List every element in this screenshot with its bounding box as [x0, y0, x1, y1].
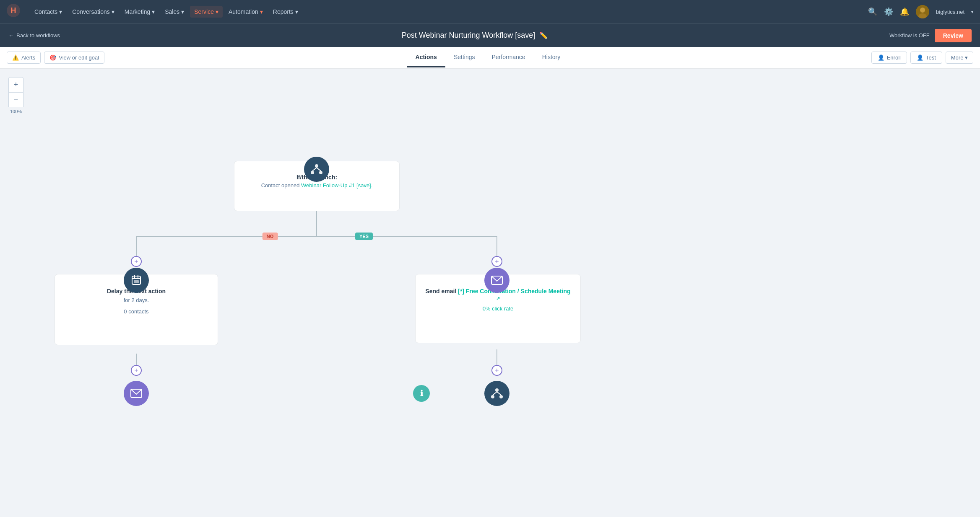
svg-point-13	[311, 171, 314, 174]
tab-performance[interactable]: Performance	[484, 48, 534, 67]
more-button[interactable]: More ▾	[946, 52, 973, 64]
workflow-canvas: + − 100% If/then branch: Contact	[0, 69, 980, 517]
nav-conversations[interactable]: Conversations ▾	[68, 6, 119, 18]
bottom-right-branch-icon[interactable]	[484, 381, 509, 406]
branch-node-description: Contact opened Webinar Follow-Up #1 [sav…	[243, 182, 391, 189]
svg-point-24	[495, 388, 499, 392]
send-email-link[interactable]: [*] Free Consultation / Schedule Meeting…	[458, 288, 570, 301]
tab-actions[interactable]: Actions	[407, 48, 445, 67]
zoom-out-button[interactable]: −	[8, 92, 23, 107]
test-button[interactable]: 👤 Test	[910, 52, 942, 64]
svg-point-26	[499, 395, 503, 398]
test-icon: 👤	[917, 54, 923, 61]
branch-node-icon[interactable]	[304, 157, 329, 182]
branch-email-link[interactable]: Webinar Follow-Up #1 [save].	[301, 182, 372, 189]
review-button[interactable]: Review	[935, 29, 972, 42]
yes-branch-label: YES	[355, 233, 373, 240]
toolbar-tabs: Actions Settings Performance History	[108, 48, 868, 67]
toolbar: ⚠️ Alerts 🎯 View or edit goal Actions Se…	[0, 47, 980, 69]
zoom-level: 100%	[8, 109, 23, 114]
nav-service[interactable]: Service ▾	[190, 6, 223, 18]
delay-duration: for 2 days.	[63, 297, 209, 303]
delay-contacts: 0 contacts	[63, 308, 209, 315]
account-name[interactable]: biglytics.net	[936, 9, 964, 15]
nav-marketing[interactable]: Marketing ▾	[120, 6, 159, 18]
avatar[interactable]	[916, 5, 929, 18]
alerts-icon: ⚠️	[12, 54, 19, 61]
workflow-title: Post Webinar Nurturing Workflow [save]	[402, 31, 535, 40]
toolbar-right-buttons: 👤 Enroll 👤 Test More ▾	[871, 52, 973, 64]
edit-title-icon[interactable]: ✏️	[539, 31, 548, 39]
nav-contacts[interactable]: Contacts ▾	[30, 6, 66, 18]
hubspot-logo[interactable]: H	[7, 4, 20, 20]
nav-items: Contacts ▾ Conversations ▾ Marketing ▾ S…	[30, 6, 868, 18]
nav-automation[interactable]: Automation ▾	[224, 6, 267, 18]
nav-reports[interactable]: Reports ▾	[269, 6, 302, 18]
svg-line-27	[493, 392, 497, 395]
zoom-in-button[interactable]: +	[8, 77, 23, 92]
enroll-button[interactable]: 👤 Enroll	[871, 52, 907, 64]
svg-point-12	[315, 164, 318, 168]
svg-point-14	[319, 171, 322, 174]
search-icon[interactable]: 🔍	[868, 7, 877, 16]
notifications-icon[interactable]: 🔔	[900, 7, 909, 16]
tab-settings[interactable]: Settings	[445, 48, 484, 67]
bottom-left-email-icon[interactable]	[124, 381, 149, 406]
add-node-left-button[interactable]: +	[131, 256, 142, 267]
workflow-title-area: Post Webinar Nurturing Workflow [save] ✏…	[60, 31, 889, 40]
add-node-below-delay-button[interactable]: +	[131, 365, 142, 376]
delay-node-icon[interactable]	[124, 268, 149, 293]
enroll-icon: 👤	[878, 54, 884, 61]
zoom-controls: + − 100%	[8, 77, 23, 114]
account-dropdown-icon[interactable]: ▾	[971, 10, 973, 14]
back-arrow-icon: ←	[8, 32, 14, 39]
nav-right: 🔍 ⚙️ 🔔 biglytics.net ▾	[868, 5, 973, 18]
svg-text:H: H	[11, 6, 16, 15]
tab-history[interactable]: History	[534, 48, 569, 67]
bottom-center-info-icon[interactable]: ℹ	[413, 385, 430, 402]
view-edit-goal-button[interactable]: 🎯 View or edit goal	[44, 52, 104, 64]
external-link-icon: ↗	[496, 296, 500, 301]
workflow-header: ← Back to workflows Post Webinar Nurturi…	[0, 23, 980, 47]
info-symbol: ℹ	[420, 389, 423, 398]
svg-rect-21	[134, 280, 139, 283]
goal-icon: 🎯	[49, 54, 56, 61]
send-email-node-icon[interactable]	[484, 268, 509, 293]
settings-icon[interactable]: ⚙️	[884, 7, 893, 16]
email-click-rate: 0% click rate	[424, 305, 572, 312]
back-to-workflows-link[interactable]: ← Back to workflows	[8, 32, 60, 39]
add-node-right-button[interactable]: +	[491, 256, 502, 267]
svg-line-16	[317, 168, 321, 171]
svg-line-15	[312, 168, 317, 171]
svg-line-28	[497, 392, 501, 395]
workflow-status-label: Workflow is OFF	[889, 32, 930, 39]
no-branch-label: NO	[263, 233, 278, 240]
add-node-below-email-button[interactable]: +	[491, 365, 502, 376]
top-navigation: H Contacts ▾ Conversations ▾ Marketing ▾…	[0, 0, 980, 23]
svg-point-3	[920, 8, 925, 13]
alerts-button[interactable]: ⚠️ Alerts	[7, 52, 41, 64]
workflow-status-area: Workflow is OFF Review	[889, 29, 972, 42]
nav-sales[interactable]: Sales ▾	[161, 6, 188, 18]
svg-point-25	[491, 395, 494, 398]
